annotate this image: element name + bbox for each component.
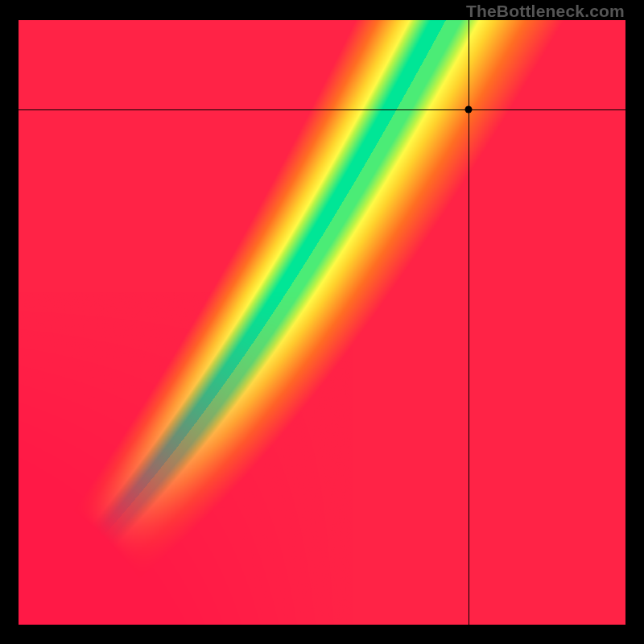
chart-frame: TheBottleneck.com [0, 0, 644, 644]
heatmap-plot[interactable] [19, 20, 625, 625]
watermark-label: TheBottleneck.com [466, 2, 625, 21]
heatmap-canvas [19, 20, 625, 625]
